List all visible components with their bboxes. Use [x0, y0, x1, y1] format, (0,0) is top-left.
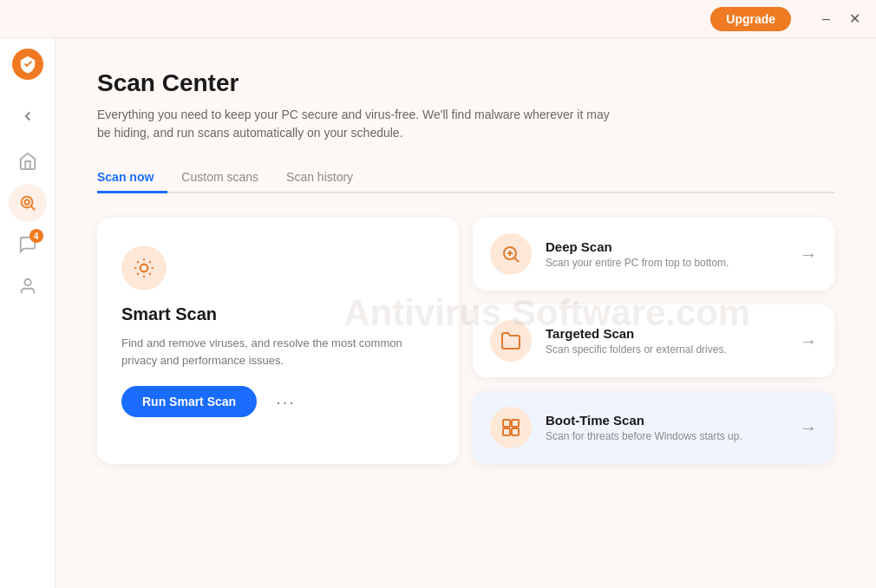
targeted-scan-icon — [500, 330, 521, 351]
sidebar-item-scan[interactable] — [9, 184, 47, 222]
home-icon — [18, 152, 37, 171]
smart-scan-description: Find and remove viruses, and resolve the… — [121, 335, 435, 369]
tab-scan-now[interactable]: Scan now — [97, 163, 167, 193]
boot-scan-text: Boot-Time Scan Scan for threats before W… — [546, 413, 786, 442]
deep-scan-card[interactable]: Deep Scan Scan your entire PC from top t… — [473, 218, 834, 291]
sidebar-item-home[interactable] — [9, 142, 47, 180]
boot-scan-icon-bg — [490, 407, 532, 448]
logo-icon — [18, 55, 37, 74]
account-icon — [18, 277, 37, 296]
tab-custom-scans[interactable]: Custom scans — [167, 163, 272, 193]
content-inner: Antivirus Software.com Scan Center Every… — [56, 38, 876, 588]
targeted-scan-description: Scan specific folders or external drives… — [546, 343, 786, 356]
svg-point-0 — [21, 197, 32, 208]
targeted-scan-icon-bg — [490, 320, 532, 362]
svg-rect-11 — [503, 428, 510, 435]
notification-badge: 4 — [29, 229, 43, 243]
smart-scan-icon-bg — [121, 245, 167, 291]
deep-scan-title: Deep Scan — [546, 239, 786, 254]
tab-scan-history[interactable]: Scan history — [272, 163, 367, 193]
deep-scan-icon — [500, 244, 521, 265]
targeted-scan-arrow-icon: → — [800, 331, 817, 351]
title-bar: Upgrade – ✕ — [0, 0, 876, 38]
deep-scan-arrow-icon: → — [800, 245, 817, 265]
more-options-button[interactable]: ··· — [269, 389, 303, 415]
run-smart-scan-button[interactable]: Run Smart Scan — [121, 386, 257, 417]
minimize-button[interactable]: – — [817, 10, 835, 29]
svg-point-4 — [141, 265, 148, 272]
scan-grid: Smart Scan Find and remove viruses, and … — [97, 218, 834, 464]
sidebar-nav: 4 — [9, 142, 47, 578]
boot-scan-title: Boot-Time Scan — [546, 413, 786, 428]
main-content: Antivirus Software.com Scan Center Every… — [56, 38, 876, 588]
sidebar-item-notifications[interactable]: 4 — [9, 225, 47, 264]
back-arrow-icon — [20, 108, 36, 124]
sidebar-item-account[interactable] — [9, 267, 47, 305]
sidebar: 4 — [0, 38, 56, 588]
targeted-scan-title: Targeted Scan — [546, 326, 786, 341]
scan-icon — [18, 193, 37, 212]
boot-time-scan-card[interactable]: Boot-Time Scan Scan for threats before W… — [473, 391, 834, 464]
targeted-scan-card[interactable]: Targeted Scan Scan specific folders or e… — [473, 304, 834, 377]
deep-scan-description: Scan your entire PC from top to bottom. — [546, 257, 786, 269]
smart-scan-card: Smart Scan Find and remove viruses, and … — [97, 218, 459, 464]
svg-rect-10 — [512, 420, 519, 427]
app-logo — [12, 49, 43, 80]
boot-scan-icon — [500, 417, 521, 438]
svg-rect-9 — [503, 420, 510, 427]
boot-scan-description: Scan for threats before Windows starts u… — [546, 430, 786, 442]
app-container: 4 Antivirus Software.com Scan Center Eve… — [0, 38, 876, 588]
svg-point-1 — [24, 199, 29, 205]
page-title: Scan Center — [97, 69, 834, 97]
tab-bar: Scan now Custom scans Scan history — [97, 163, 834, 193]
smart-scan-actions: Run Smart Scan ··· — [121, 386, 435, 417]
svg-line-2 — [31, 206, 35, 210]
upgrade-button[interactable]: Upgrade — [710, 7, 791, 31]
boot-scan-arrow-icon: → — [800, 418, 817, 438]
smart-scan-icon — [133, 257, 155, 279]
targeted-scan-text: Targeted Scan Scan specific folders or e… — [546, 326, 786, 356]
svg-line-6 — [515, 258, 520, 263]
page-subtitle: Everything you need to keep your PC secu… — [97, 106, 618, 142]
back-button[interactable] — [9, 97, 47, 135]
svg-point-3 — [24, 279, 30, 285]
deep-scan-text: Deep Scan Scan your entire PC from top t… — [546, 239, 786, 269]
deep-scan-icon-bg — [490, 233, 532, 275]
smart-scan-title: Smart Scan — [121, 304, 435, 324]
svg-rect-12 — [512, 428, 519, 435]
close-button[interactable]: ✕ — [844, 9, 866, 29]
